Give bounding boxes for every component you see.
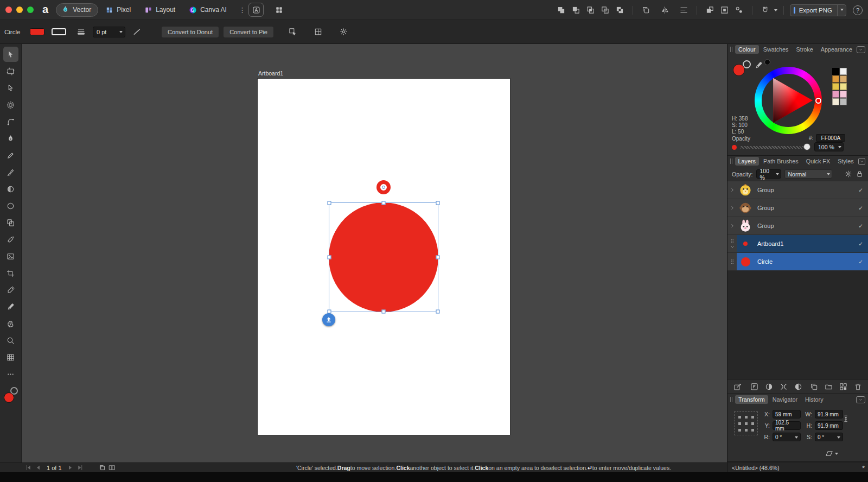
node-tool[interactable] — [3, 80, 18, 96]
persona-vector[interactable]: Vector — [56, 3, 98, 17]
tab-history[interactable]: History — [802, 395, 827, 404]
layers-opacity-dropdown[interactable]: 100 % — [756, 169, 781, 179]
panel-drag-handle[interactable] — [730, 397, 732, 402]
duplicate-layer-icon[interactable] — [807, 381, 821, 393]
flip-horizontal-icon[interactable] — [658, 4, 672, 16]
first-page-icon[interactable] — [25, 464, 32, 471]
panel-menu-button[interactable] — [856, 396, 865, 403]
vector-brush-tool[interactable] — [3, 164, 18, 180]
panel-menu-button[interactable] — [858, 158, 865, 165]
persona-layout[interactable]: Layout — [139, 3, 182, 17]
alignment-icon[interactable] — [677, 4, 691, 16]
vector-crop-tool[interactable] — [3, 265, 18, 281]
stroke-width-field[interactable]: 0 pt — [93, 27, 125, 37]
tab-transform[interactable]: Transform — [735, 395, 768, 404]
next-page-icon[interactable] — [67, 464, 74, 471]
transform-origin-control[interactable] — [825, 449, 838, 458]
snapping-icon[interactable] — [758, 4, 772, 16]
tab-navigator[interactable]: Navigator — [769, 395, 801, 404]
corner-tool[interactable] — [3, 114, 18, 129]
handle-bottom-right[interactable] — [436, 310, 440, 314]
colour-swatch[interactable] — [832, 98, 839, 105]
layer-row-group-1[interactable]: Group ✓ — [727, 181, 868, 199]
pen-tool[interactable] — [3, 131, 18, 146]
artboard-label[interactable]: Artboard1 — [258, 70, 283, 77]
edit-all-layers-icon[interactable] — [731, 381, 744, 393]
zoom-tool[interactable] — [3, 333, 18, 348]
minimize-button[interactable] — [16, 7, 23, 13]
zoom-button[interactable] — [27, 7, 34, 13]
export-options-caret[interactable] — [837, 4, 846, 16]
pencil-tool[interactable] — [3, 148, 18, 163]
tab-stroke[interactable]: Stroke — [793, 45, 816, 54]
tab-colour[interactable]: Colour — [735, 45, 759, 54]
close-button[interactable] — [5, 7, 12, 13]
delete-layer-icon[interactable] — [851, 381, 865, 393]
divide-grid-icon[interactable] — [311, 26, 325, 38]
handle-bottom-center[interactable] — [382, 310, 386, 314]
hue-selector-knob[interactable] — [815, 98, 821, 104]
colour-wells[interactable] — [3, 387, 18, 403]
fill-colour-well[interactable] — [733, 64, 745, 76]
contour-tool[interactable] — [3, 97, 18, 112]
lock-layer-icon[interactable] — [856, 170, 864, 178]
rotation-handle[interactable] — [376, 180, 391, 194]
boolean-divide-icon[interactable] — [598, 4, 612, 16]
snapping-caret[interactable] — [774, 9, 777, 13]
panel-drag-handle[interactable] — [730, 158, 732, 164]
boolean-combine-icon[interactable] — [613, 4, 627, 16]
ellipse-tool[interactable] — [3, 198, 18, 213]
panel-menu-button[interactable] — [857, 46, 865, 53]
expand-chevron-icon[interactable] — [727, 199, 737, 217]
opacity-slider[interactable] — [740, 146, 806, 149]
layer-mask-icon[interactable] — [762, 381, 776, 393]
layer-thumbnail[interactable] — [738, 255, 752, 269]
stroke-properties-icon[interactable] — [74, 26, 88, 38]
colour-swatch[interactable] — [832, 68, 839, 75]
layer-row-group-2[interactable]: Group ✓ — [727, 199, 868, 217]
duplicate-icon[interactable] — [639, 4, 653, 16]
shear-field[interactable]: 0 ° — [815, 433, 843, 441]
select-same-icon[interactable] — [732, 4, 746, 16]
facing-pages-icon[interactable] — [108, 464, 116, 471]
last-page-icon[interactable] — [76, 464, 84, 471]
colour-swatch[interactable] — [840, 75, 847, 83]
eyedropper-icon[interactable] — [755, 61, 763, 69]
layer-row-group-3[interactable]: Group ✓ — [727, 217, 868, 235]
artboard-tool[interactable] — [3, 64, 18, 79]
canvas[interactable]: Artboard1 — [22, 44, 727, 462]
expand-chevron-icon[interactable] — [727, 217, 737, 234]
layer-thumbnail[interactable] — [738, 219, 752, 233]
colour-swatch[interactable] — [832, 83, 839, 90]
help-button[interactable]: ? — [853, 5, 863, 15]
persona-canva-ai[interactable]: Canva AI — [184, 3, 233, 17]
more-tools[interactable] — [3, 366, 18, 382]
boolean-add-icon[interactable] — [554, 4, 568, 16]
settings-gear-icon[interactable] — [337, 26, 350, 38]
layer-adjustment-icon[interactable] — [792, 381, 805, 393]
handle-top-right[interactable] — [436, 201, 440, 205]
prev-page-icon[interactable] — [35, 464, 42, 471]
insert-behind-icon[interactable] — [703, 4, 717, 16]
layer-drag-handle[interactable] — [727, 235, 737, 252]
colour-swatch[interactable] — [840, 83, 847, 90]
tab-quick-fx[interactable]: Quick FX — [803, 157, 833, 166]
insert-inside-icon[interactable] — [718, 4, 731, 16]
boolean-intersect-icon[interactable] — [584, 4, 597, 16]
colour-picker-tool[interactable] — [3, 299, 18, 314]
layer-thumbnail[interactable] — [738, 237, 752, 251]
handle-top-left[interactable] — [328, 201, 331, 205]
layer-fx-icon[interactable] — [748, 381, 761, 393]
colour-swatch[interactable] — [840, 68, 847, 75]
convert-to-donut-button[interactable]: Convert to Donut — [162, 27, 219, 37]
layer-row-artboard[interactable]: Artboard1 ✓ — [727, 235, 868, 253]
x-field[interactable]: 59 mm — [773, 410, 801, 418]
character-panel-icon[interactable] — [248, 3, 264, 17]
handle-middle-right[interactable] — [436, 256, 440, 259]
colour-swatch[interactable] — [832, 91, 839, 98]
blend-mode-dropdown[interactable]: Normal — [784, 169, 832, 179]
fill-stroke-selector[interactable] — [732, 60, 754, 80]
grid-tool[interactable] — [3, 350, 18, 365]
colour-swatch[interactable] — [840, 91, 847, 98]
secondary-colour-dot[interactable] — [764, 59, 770, 65]
